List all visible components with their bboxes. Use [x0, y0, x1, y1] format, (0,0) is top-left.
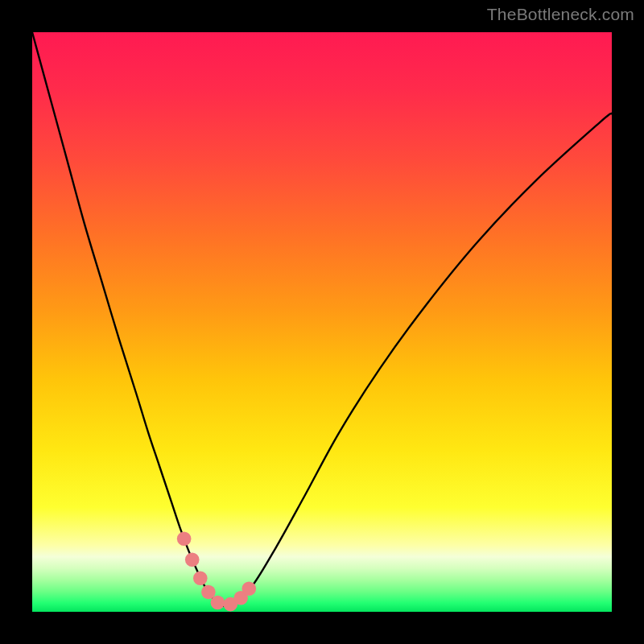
watermark-text: TheBottleneck.com — [487, 5, 634, 24]
chart-svg — [32, 32, 612, 612]
gradient-rect — [32, 32, 612, 612]
marker-point — [177, 531, 192, 546]
marker-point — [211, 596, 225, 610]
marker-point — [242, 581, 256, 596]
marker-point — [193, 571, 208, 585]
marker-point — [185, 552, 200, 567]
plot-area — [32, 32, 612, 612]
chart-frame: TheBottleneck.com — [0, 0, 644, 644]
